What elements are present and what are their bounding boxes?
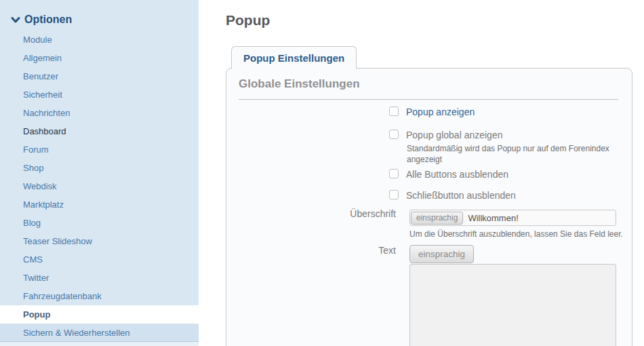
ueberschrift-input-group: einsprachig — [409, 210, 616, 226]
sidebar-item-nachrichten[interactable]: Nachrichten — [0, 104, 199, 122]
section-title: Globale Einstellungen — [239, 77, 360, 91]
text-label: Text — [294, 245, 396, 256]
page-title: Popup — [226, 12, 270, 28]
sidebar-item-teaser-slideshow[interactable]: Teaser Slideshow — [0, 232, 199, 250]
sidebar: Optionen Module Allgemein Benutzer Siche… — [0, 0, 199, 346]
sidebar-section-optionen[interactable]: Optionen — [11, 14, 72, 26]
alle-buttons-ausblenden-checkbox[interactable] — [389, 169, 399, 178]
popup-anzeigen-checkbox[interactable] — [389, 107, 399, 116]
sidebar-item-dashboard[interactable]: Dashboard — [0, 122, 199, 140]
alle-buttons-ausblenden-label[interactable]: Alle Buttons ausblenden — [406, 169, 508, 180]
ueberschrift-input[interactable] — [463, 213, 616, 223]
ueberschrift-label: Überschrift — [294, 208, 396, 219]
popup-global-anzeigen-description: Standardmäßig wird das Popup nur auf dem… — [407, 143, 625, 165]
chevron-down-icon — [11, 15, 20, 24]
ueberschrift-description: Um die Überschrift auszublenden, lassen … — [409, 229, 623, 239]
sidebar-item-webdisk[interactable]: Webdisk — [0, 177, 199, 195]
text-textarea[interactable] — [409, 264, 616, 346]
sidebar-item-blog[interactable]: Blog — [0, 214, 199, 232]
section-divider — [239, 99, 618, 100]
tab-label: Popup Einstellungen — [243, 52, 344, 64]
popup-global-anzeigen-checkbox[interactable] — [389, 130, 399, 139]
sidebar-item-benutzer[interactable]: Benutzer — [0, 67, 199, 85]
admin-page: Optionen Module Allgemein Benutzer Siche… — [0, 0, 644, 346]
sidebar-item-marktplatz[interactable]: Marktplatz — [0, 195, 199, 214]
popup-global-anzeigen-label[interactable]: Popup global anzeigen — [406, 130, 502, 140]
popup-anzeigen-label[interactable]: Popup anzeigen — [406, 107, 475, 117]
tab-popup-einstellungen[interactable]: Popup Einstellungen — [231, 46, 357, 69]
sidebar-section-label: Optionen — [24, 14, 72, 26]
sidebar-item-shop[interactable]: Shop — [0, 159, 199, 177]
sidebar-item-sichern-wiederherstellen[interactable]: Sichern & Wiederherstellen — [0, 324, 199, 342]
sidebar-item-module[interactable]: Module — [0, 31, 199, 49]
schliessbutton-ausblenden-label[interactable]: Schließbutton ausblenden — [406, 190, 516, 201]
sidebar-item-popup[interactable]: Popup — [0, 305, 199, 324]
text-language-button[interactable]: einsprachig — [409, 245, 474, 263]
sidebar-item-fahrzeugdatenbank[interactable]: Fahrzeugdatenbank — [0, 287, 199, 305]
settings-panel: Globale Einstellungen Popup anzeigen Pop… — [226, 68, 632, 346]
ueberschrift-language-button[interactable]: einsprachig — [411, 212, 463, 225]
schliessbutton-ausblenden-checkbox[interactable] — [389, 190, 399, 199]
sidebar-item-forum[interactable]: Forum — [0, 140, 199, 159]
sidebar-footer — [0, 342, 199, 346]
sidebar-item-cms[interactable]: CMS — [0, 250, 199, 269]
sidebar-item-allgemein[interactable]: Allgemein — [0, 49, 199, 67]
sidebar-item-twitter[interactable]: Twitter — [0, 269, 199, 287]
sidebar-nav: Module Allgemein Benutzer Sicherheit Nac… — [0, 31, 199, 342]
sidebar-item-sicherheit[interactable]: Sicherheit — [0, 85, 199, 104]
